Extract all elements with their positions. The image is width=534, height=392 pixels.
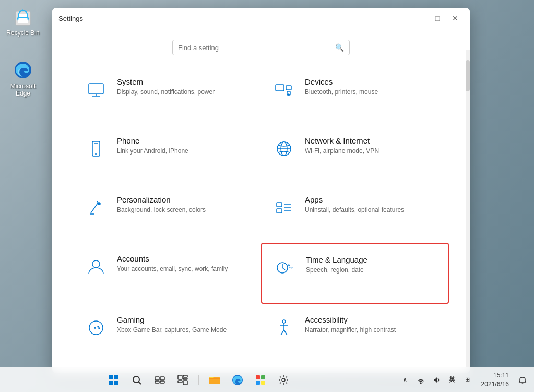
taskbar-separator	[198, 375, 199, 385]
notification-icon[interactable]	[515, 373, 530, 387]
network-icon	[271, 136, 296, 161]
system-desc: Display, sound, notifications, power	[117, 88, 251, 97]
apps-desc: Uninstall, defaults, optional features	[305, 206, 438, 215]
svg-rect-50	[160, 381, 164, 383]
file-explorer-button[interactable]	[204, 370, 225, 390]
svg-rect-52	[183, 375, 187, 377]
store-button[interactable]	[250, 370, 271, 390]
svg-rect-42	[114, 375, 118, 379]
svg-point-19	[98, 203, 100, 205]
maximize-button[interactable]: □	[429, 12, 446, 25]
accounts-icon	[84, 254, 109, 279]
devices-text: Devices Bluetooth, printers, mouse	[305, 77, 438, 97]
setting-system[interactable]: System Display, sound, notifications, po…	[73, 66, 261, 125]
recycle-bin-icon[interactable]: Recycle Bin	[2, 4, 44, 39]
search-input[interactable]	[178, 44, 335, 52]
taskbar-center	[0, 370, 398, 390]
svg-rect-51	[178, 375, 182, 379]
task-view-button[interactable]	[149, 370, 170, 390]
settings-taskbar-button[interactable]	[273, 370, 294, 390]
volume-icon[interactable]	[429, 373, 444, 387]
svg-rect-53	[183, 378, 187, 379]
apps-text: Apps Uninstall, defaults, optional featu…	[305, 195, 438, 215]
time-language-icon: A 字	[272, 255, 298, 280]
time-language-desc: Speech, region, date	[306, 266, 437, 275]
personalization-title: Personalization	[117, 195, 251, 204]
edge-label: Microsoft Edge	[4, 82, 42, 98]
devices-icon	[271, 77, 296, 102]
svg-rect-3	[89, 84, 103, 94]
network-tray-icon[interactable]	[413, 373, 428, 387]
clock-time: 15:11	[481, 371, 509, 380]
setting-gaming[interactable]: Gaming Xbox Game Bar, captures, Game Mod…	[73, 304, 261, 363]
system-icon	[84, 77, 109, 102]
setting-accessibility[interactable]: Accessibility Narrator, magnifier, high …	[261, 304, 449, 363]
widgets-button[interactable]	[172, 370, 193, 390]
start-button[interactable]	[103, 370, 124, 390]
svg-rect-49	[155, 381, 159, 383]
clock-date: 2021/6/16	[481, 380, 509, 389]
search-icon: 🔍	[335, 43, 344, 52]
accessibility-text: Accessibility Narrator, magnifier, high …	[305, 315, 438, 335]
svg-point-34	[98, 326, 99, 327]
svg-line-39	[281, 330, 284, 335]
phone-title: Phone	[117, 136, 251, 145]
svg-point-36	[282, 320, 286, 323]
devices-title: Devices	[305, 77, 438, 86]
gaming-title: Gaming	[117, 315, 251, 324]
accounts-text: Accounts Your accounts, email, sync, wor…	[117, 254, 251, 274]
microsoft-edge-icon[interactable]: Microsoft Edge	[2, 57, 44, 100]
search-taskbar-button[interactable]	[126, 370, 147, 390]
system-title: System	[117, 77, 251, 86]
svg-rect-59	[261, 375, 265, 379]
svg-rect-61	[261, 381, 265, 385]
accessibility-desc: Narrator, magnifier, high contrast	[305, 326, 438, 335]
devices-desc: Bluetooth, printers, mouse	[305, 88, 438, 97]
search-box[interactable]: 🔍	[172, 40, 350, 55]
setting-accounts[interactable]: Accounts Your accounts, email, sync, wor…	[73, 243, 261, 304]
svg-rect-55	[183, 381, 187, 385]
accounts-title: Accounts	[117, 254, 251, 263]
search-area: 🔍	[52, 29, 470, 61]
svg-rect-20	[277, 203, 282, 207]
svg-line-46	[138, 382, 141, 384]
edge-taskbar-button[interactable]	[227, 370, 248, 390]
minimize-button[interactable]: —	[411, 12, 428, 25]
setting-devices[interactable]: Devices Bluetooth, printers, mouse	[261, 66, 449, 125]
phone-text: Phone Link your Android, iPhone	[117, 136, 251, 156]
clock[interactable]: 15:11 2021/6/16	[477, 371, 513, 389]
accounts-desc: Your accounts, email, sync, work, family	[117, 265, 251, 274]
settings-grid: System Display, sound, notifications, po…	[52, 61, 470, 373]
svg-point-63	[420, 383, 421, 384]
setting-time-language[interactable]: A 字 Time & Language Speech, region, date	[261, 243, 449, 304]
svg-rect-54	[178, 381, 182, 383]
gaming-icon	[84, 315, 109, 340]
setting-apps[interactable]: Apps Uninstall, defaults, optional featu…	[261, 184, 449, 243]
personalization-text: Personalization Background, lock screen,…	[117, 195, 251, 215]
ime-icon[interactable]: ⊞	[460, 373, 475, 387]
language-icon[interactable]: 英	[445, 373, 459, 387]
svg-point-62	[282, 378, 285, 382]
setting-personalization[interactable]: Personalization Background, lock screen,…	[73, 184, 261, 243]
network-text: Network & Internet Wi-Fi, airplane mode,…	[305, 136, 438, 156]
recycle-bin-image	[13, 6, 33, 27]
svg-rect-8	[287, 91, 290, 95]
recycle-bin-label: Recycle Bin	[6, 29, 39, 37]
svg-text:字: 字	[289, 267, 293, 270]
svg-line-40	[284, 330, 287, 335]
scrollbar-thumb[interactable]	[466, 60, 470, 91]
settings-window: Settings — □ ✕ 🔍 System Displ	[52, 8, 470, 373]
scrollbar-track[interactable]	[466, 50, 470, 373]
window-controls: — □ ✕	[411, 12, 464, 25]
svg-point-35	[99, 328, 100, 329]
accessibility-title: Accessibility	[305, 315, 438, 324]
phone-icon	[84, 136, 109, 161]
apps-icon	[271, 195, 296, 220]
setting-phone[interactable]: Phone Link your Android, iPhone	[73, 125, 261, 184]
svg-rect-43	[109, 381, 113, 385]
network-desc: Wi-Fi, airplane mode, VPN	[305, 147, 438, 156]
title-bar: Settings — □ ✕	[52, 8, 470, 29]
close-button[interactable]: ✕	[447, 12, 464, 25]
setting-network[interactable]: Network & Internet Wi-Fi, airplane mode,…	[261, 125, 449, 184]
show-hidden-icons[interactable]: ∧	[398, 373, 412, 387]
